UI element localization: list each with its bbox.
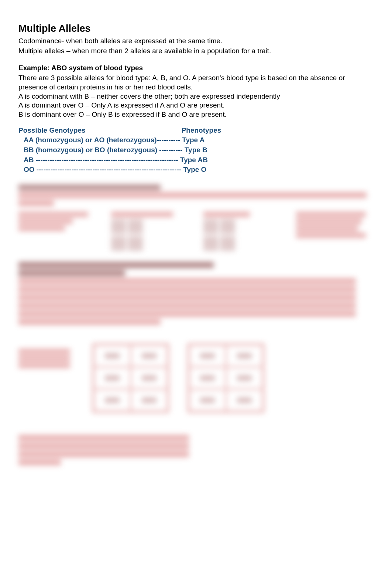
phenotypes-label: Phenotypes — [182, 126, 221, 134]
genotypes-section: Possible GenotypesPhenotypes AA (homozyg… — [18, 126, 374, 174]
blurred-tables — [18, 336, 374, 420]
example-p1: There are 3 possible alleles for blood t… — [18, 74, 374, 92]
intro-line-1: Codominance- when both alleles are expre… — [18, 37, 374, 46]
genotype-row-3: AB -------------------------------------… — [18, 156, 374, 165]
genotype-row-2: BB (homozygous) or BO (heterozygous) ---… — [18, 146, 374, 155]
example-p2: A is codominant with B – neither covers … — [18, 92, 374, 101]
genotypes-header: Possible GenotypesPhenotypes — [18, 126, 374, 135]
blurred-block-1 — [18, 185, 374, 251]
genotypes-label: Possible Genotypes — [18, 126, 86, 134]
example-p4: B is dominant over O – Only B is express… — [18, 110, 374, 119]
intro-block: Codominance- when both alleles are expre… — [18, 37, 374, 55]
blurred-bottom-paragraph — [18, 435, 374, 465]
intro-line-2: Multiple alleles – when more than 2 alle… — [18, 47, 374, 56]
genotype-row-1: AA (homozygous) or AO (heterozygous)----… — [18, 136, 374, 145]
blurred-content-region — [18, 185, 374, 465]
example-p3: A is dominant over O – Only A is express… — [18, 101, 374, 110]
page-title: Multiple Alleles — [18, 22, 374, 35]
genotype-row-4: OO -------------------------------------… — [18, 165, 374, 174]
example-header: Example: ABO system of blood types — [18, 64, 374, 73]
blurred-paragraph — [18, 262, 374, 325]
example-section: Example: ABO system of blood types There… — [18, 64, 374, 119]
